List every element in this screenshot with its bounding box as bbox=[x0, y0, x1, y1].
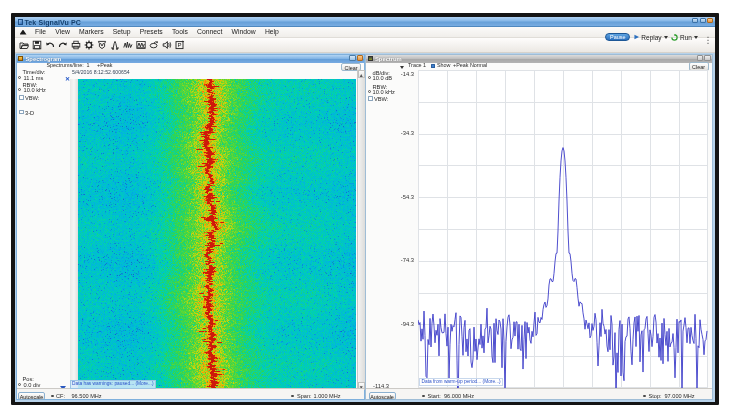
minimize-button[interactable] bbox=[692, 18, 698, 24]
spectrum-autoscale-button[interactable]: Autoscale bbox=[369, 392, 396, 401]
trace-selector[interactable]: Trace 1 bbox=[408, 62, 426, 68]
stop-label: Stop: bbox=[649, 393, 662, 399]
maximize-button[interactable] bbox=[700, 18, 706, 24]
show-checkbox[interactable] bbox=[431, 64, 436, 69]
toolbar-play-marker-button[interactable]: P bbox=[173, 39, 186, 51]
time-div-radio[interactable] bbox=[18, 76, 21, 79]
menu-item-window[interactable]: Window bbox=[227, 27, 260, 37]
toolbar-settings-gear-button[interactable] bbox=[82, 39, 95, 51]
panel-controls bbox=[697, 55, 711, 61]
spectrum-rbw-radio[interactable] bbox=[368, 90, 371, 93]
toolbar-open-folder-button[interactable] bbox=[17, 39, 30, 51]
pos-radio[interactable] bbox=[18, 383, 21, 386]
trace-dropdown-icon[interactable] bbox=[400, 66, 404, 69]
scroll-up-icon[interactable]: ▲ bbox=[358, 70, 366, 78]
spectrogram-warning[interactable]: Data has warnings: paused... (More...) bbox=[70, 380, 157, 389]
spectrogram-vbw-checkbox[interactable] bbox=[19, 95, 24, 100]
screen-frame: Tek SignalVu PC FileViewMarkersSetupPres… bbox=[11, 13, 719, 405]
spectrogram-rbw-value[interactable]: 10.0 kHz bbox=[24, 87, 46, 93]
spectrogram-close-button[interactable] bbox=[357, 55, 364, 61]
spectrogram-rbw-radio[interactable] bbox=[18, 88, 21, 91]
audio-speaker-icon bbox=[162, 40, 172, 50]
spectrogram-timestamp: 5/4/2016 8:12:52.600654 bbox=[72, 69, 130, 75]
menu-item-tools[interactable]: Tools bbox=[167, 27, 192, 37]
cf-value[interactable]: 96.500 MHz bbox=[72, 393, 102, 399]
screenshot-stage: Tek SignalVu PC FileViewMarkersSetupPres… bbox=[0, 0, 729, 415]
svg-text:P: P bbox=[177, 42, 181, 48]
close-button[interactable] bbox=[707, 18, 713, 24]
y-axis-label: -14.3 bbox=[401, 71, 414, 77]
toolbar-waveform-boxed-button[interactable] bbox=[134, 39, 147, 51]
stop-value[interactable]: 97.000 MHz bbox=[665, 393, 695, 399]
spectrogram-panel-icon bbox=[18, 56, 23, 62]
menu-item-view[interactable]: View bbox=[51, 27, 75, 37]
menu-item-presets[interactable]: Presets bbox=[135, 27, 167, 37]
toolbar-audio-speaker-button[interactable] bbox=[160, 39, 173, 51]
spectrum-vbw-label: VBW: bbox=[374, 96, 388, 102]
toolbar-undo-button[interactable] bbox=[43, 39, 56, 51]
menu-item-markers[interactable]: Markers bbox=[74, 27, 108, 37]
three-d-view-icon bbox=[149, 40, 159, 50]
spectrogram-scrollbar[interactable]: ▲ ▼ bbox=[357, 70, 366, 390]
menu-item-file[interactable]: File bbox=[31, 27, 51, 37]
spectrogram-detector-value[interactable]: +Peak bbox=[97, 62, 112, 68]
undo-icon bbox=[45, 40, 55, 50]
spectrum-display-icon bbox=[110, 40, 120, 50]
pause-button[interactable]: Pause bbox=[605, 33, 630, 41]
spectrum-detector-value[interactable]: +Peak Normal bbox=[453, 62, 487, 68]
pos-value[interactable]: 0.0 div bbox=[24, 382, 41, 388]
start-value[interactable]: 96.000 MHz bbox=[444, 393, 474, 399]
time-div-value[interactable]: 11.1 ms bbox=[24, 75, 44, 81]
y-axis-label: -34.3 bbox=[401, 130, 414, 136]
toolbar-redo-button[interactable] bbox=[56, 39, 69, 51]
overflow-menu-icon[interactable]: ⋮ bbox=[704, 36, 713, 45]
spectrum-trace-canvas bbox=[418, 70, 708, 388]
spectrum-close-button[interactable] bbox=[704, 55, 711, 61]
menu-item-setup[interactable]: Setup bbox=[108, 27, 135, 37]
spectrum-rbw-value[interactable]: 10.0 kHz bbox=[373, 89, 395, 95]
spectrums-per-line-value[interactable]: 1 bbox=[87, 62, 90, 68]
toolbar-print-button[interactable] bbox=[69, 39, 82, 51]
spectrogram-autoscale-button[interactable]: Autoscale bbox=[18, 392, 45, 401]
spectrum-title: Spectrum bbox=[375, 55, 402, 63]
toolbar-spectrum-display-button[interactable] bbox=[108, 39, 121, 51]
db-div-value[interactable]: 10.0 dB bbox=[373, 75, 393, 81]
spectrum-restore-button[interactable] bbox=[697, 55, 704, 61]
play-marker-icon: P bbox=[175, 40, 185, 50]
y-axis-label: -94.3 bbox=[401, 321, 414, 327]
y-axis-label: -74.3 bbox=[401, 257, 414, 263]
window-titlebar[interactable]: Tek SignalVu PC bbox=[15, 17, 715, 27]
slice-strip[interactable] bbox=[70, 79, 78, 388]
window-controls bbox=[692, 18, 713, 24]
run-button[interactable]: Run bbox=[671, 34, 698, 41]
span-value[interactable]: 1.000 MHz bbox=[314, 393, 341, 399]
run-refresh-icon bbox=[671, 34, 678, 41]
window-title: Tek SignalVu PC bbox=[25, 18, 81, 27]
toolbar-three-d-view-button[interactable] bbox=[147, 39, 160, 51]
menu-item-connect[interactable]: Connect bbox=[192, 27, 227, 37]
replay-caret-icon bbox=[664, 36, 668, 39]
slice-marker-icon[interactable]: ✕ bbox=[65, 77, 70, 82]
settings-gear-icon bbox=[84, 40, 94, 50]
redo-icon bbox=[58, 40, 68, 50]
spectrogram-restore-button[interactable] bbox=[349, 55, 356, 61]
start-label: Start: bbox=[428, 393, 441, 399]
spectrum-panel: Spectrum Trace 1 Show +Peak Normal bbox=[365, 54, 713, 400]
cf-label: CF: bbox=[56, 393, 65, 399]
save-icon bbox=[32, 40, 42, 50]
span-bullet-icon bbox=[291, 395, 294, 398]
menu-item-help[interactable]: Help bbox=[260, 27, 283, 37]
spectrum-warning[interactable]: Data from warm-up period... (More...) bbox=[419, 378, 503, 387]
db-div-radio[interactable] bbox=[368, 76, 371, 79]
span-label: Span: bbox=[297, 393, 312, 399]
toolbar-display-select-button[interactable] bbox=[95, 39, 108, 51]
toolbar-save-button[interactable] bbox=[30, 39, 43, 51]
run-label: Run bbox=[680, 34, 692, 41]
spectrum-plot[interactable] bbox=[418, 70, 708, 388]
print-icon bbox=[71, 40, 81, 50]
toolbar-waveform-peaks-button[interactable] bbox=[121, 39, 134, 51]
replay-button[interactable]: Replay bbox=[634, 34, 668, 41]
spectrogram-bitmap[interactable] bbox=[78, 79, 356, 388]
spectrum-vbw-checkbox[interactable] bbox=[368, 96, 373, 101]
threed-checkbox[interactable] bbox=[19, 110, 24, 115]
